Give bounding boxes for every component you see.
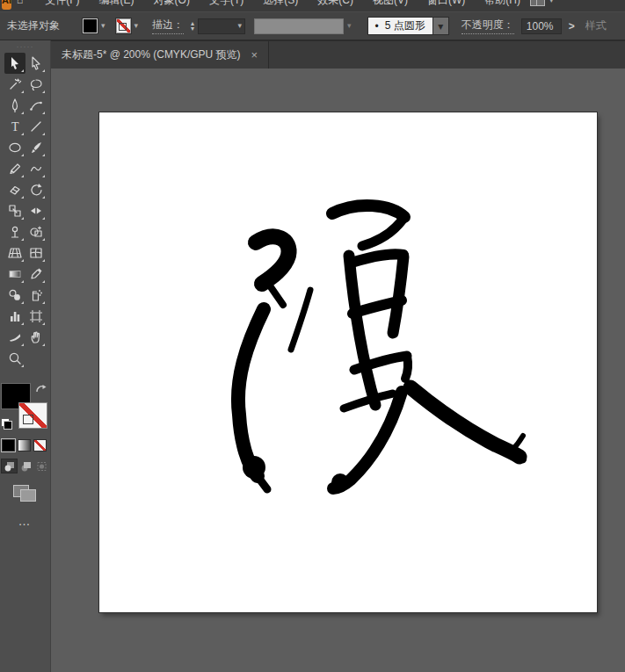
menu-select[interactable]: 选择(S) [253, 0, 308, 8]
lasso-icon [28, 76, 44, 92]
shaper-tool[interactable] [25, 158, 47, 179]
close-icon[interactable]: × [251, 48, 258, 61]
menu-file[interactable]: 文件(F) [35, 0, 89, 8]
menu-help[interactable]: 帮助(H) [475, 0, 530, 8]
edit-toolbar-button[interactable]: … [0, 514, 50, 528]
scale-icon [7, 203, 23, 219]
color-button[interactable] [2, 439, 15, 452]
width-icon [28, 203, 44, 219]
menu-window[interactable]: 窗口(W) [418, 0, 475, 8]
paintbrush-tool[interactable] [25, 137, 47, 158]
fill-chevron-down-icon[interactable]: ▾ [101, 22, 105, 30]
selection-status-label: 未选择对象 [7, 18, 83, 33]
stroke-weight-stepper[interactable]: ▴ ▾ [191, 21, 194, 32]
puppet-warp-icon [7, 224, 23, 240]
draw-normal-icon [4, 461, 15, 472]
variable-width-profile[interactable] [254, 18, 344, 34]
artboard-tool[interactable] [25, 306, 47, 327]
rotate-icon [28, 182, 44, 198]
perspective-grid-tool[interactable] [4, 242, 25, 264]
menu-edit[interactable]: 编辑(E) [90, 0, 144, 8]
gradient-button[interactable] [18, 439, 31, 452]
stroke-chevron-down-icon[interactable]: ▾ [134, 22, 139, 30]
more-options-button[interactable]: > [569, 20, 575, 33]
eraser-tool[interactable] [4, 179, 25, 200]
menu-object[interactable]: 对象(O) [144, 0, 200, 8]
magic-wand-tool[interactable] [4, 74, 25, 95]
draw-behind-button[interactable] [18, 459, 34, 473]
svg-text:T: T [11, 120, 19, 134]
control-bar: 未选择对象 ▾ ▾ 描边： ▴ ▾ ▾ ▾ • 5 点圆形 ▾ 不透明度： 10… [0, 11, 625, 40]
document-title: 未标题-5* @ 200% (CMYK/GPU 预览) [62, 47, 241, 62]
curvature-tool[interactable] [25, 95, 47, 116]
column-graph-tool[interactable] [4, 306, 25, 327]
none-button[interactable] [33, 439, 47, 452]
gradient-icon [7, 266, 23, 282]
draw-normal-button[interactable] [1, 459, 18, 473]
panel-grip[interactable]: ····· [0, 40, 50, 53]
brush-chevron-down-icon[interactable]: ▾ [433, 17, 449, 35]
slice-tool[interactable] [4, 327, 25, 348]
opacity-input[interactable]: 100% [521, 18, 562, 34]
shape-builder-tool[interactable] [25, 221, 47, 242]
rotate-tool[interactable] [25, 179, 47, 200]
swap-fill-stroke-icon[interactable] [35, 384, 47, 395]
mesh-tool[interactable] [25, 242, 47, 264]
ellipse-tool[interactable] [4, 137, 25, 158]
hand-tool[interactable] [25, 327, 47, 348]
scale-tool[interactable] [4, 200, 25, 221]
gradient-tool[interactable] [4, 264, 25, 285]
pen-tool[interactable] [4, 95, 25, 116]
opacity-label[interactable]: 不透明度： [461, 18, 514, 34]
brush-definition[interactable]: • 5 点圆形 [367, 17, 433, 35]
column-graph-icon [7, 308, 23, 324]
default-fill-stroke-icon[interactable] [1, 418, 12, 430]
magic-wand-icon [7, 76, 23, 92]
stroke-weight-dropdown[interactable]: ▾ [198, 18, 245, 34]
stroke-color-swatch[interactable] [116, 18, 131, 33]
draw-inside-button[interactable] [33, 459, 50, 473]
home-icon[interactable]: ⌂ [17, 0, 23, 6]
slice-icon [7, 329, 23, 345]
artboard[interactable] [99, 112, 597, 612]
zoom-tool[interactable] [4, 348, 25, 369]
fill-color-swatch[interactable] [83, 18, 98, 33]
blend-icon [7, 287, 23, 303]
fill-stroke-indicator [0, 383, 50, 436]
workspace-switcher[interactable]: ▾ [530, 0, 554, 6]
ellipse-icon [7, 140, 23, 155]
line-segment-tool[interactable] [25, 116, 47, 137]
lasso-tool[interactable] [25, 74, 47, 95]
eyedropper-tool[interactable] [25, 264, 47, 285]
type-tool[interactable]: T [4, 116, 25, 137]
blend-tool[interactable] [4, 285, 25, 306]
selection-tool[interactable] [4, 53, 25, 74]
hand-icon [28, 329, 44, 345]
menu-type[interactable]: 文字(T) [200, 0, 253, 8]
draw-inside-icon [36, 461, 47, 472]
menu-effect[interactable]: 效果(C) [308, 0, 363, 8]
brush-name: 5 点圆形 [385, 18, 425, 33]
stepper-down-icon[interactable]: ▾ [191, 26, 194, 32]
pencil-tool[interactable] [4, 158, 25, 179]
curvature-icon [28, 98, 44, 113]
change-screen-mode-button[interactable] [13, 482, 38, 502]
document-tab[interactable]: 未标题-5* @ 200% (CMYK/GPU 预览) × [51, 41, 269, 69]
width-tool[interactable] [25, 200, 47, 221]
style-label[interactable]: 样式 [585, 18, 607, 33]
app-logo: Ai [2, 0, 11, 10]
stroke-swatch[interactable] [18, 402, 47, 429]
canvas[interactable] [51, 69, 625, 672]
menu-view[interactable]: 视图(V) [363, 0, 418, 8]
calligraphy-glyph-lang [99, 112, 597, 612]
symbol-sprayer-tool[interactable] [25, 285, 47, 306]
stroke-weight-label[interactable]: 描边： [152, 18, 184, 34]
direct-selection-tool[interactable] [25, 53, 47, 74]
puppet-warp-tool[interactable] [4, 221, 25, 242]
menu-bar: Ai ⌂ 文件(F) 编辑(E) 对象(O) 文字(T) 选择(S) 效果(C)… [0, 0, 625, 11]
stroke-frame-icon [23, 415, 33, 424]
line-icon [28, 119, 44, 134]
mesh-icon [28, 245, 44, 261]
stroke-frame-icon [119, 23, 127, 31]
symbol-sprayer-icon [28, 287, 44, 303]
